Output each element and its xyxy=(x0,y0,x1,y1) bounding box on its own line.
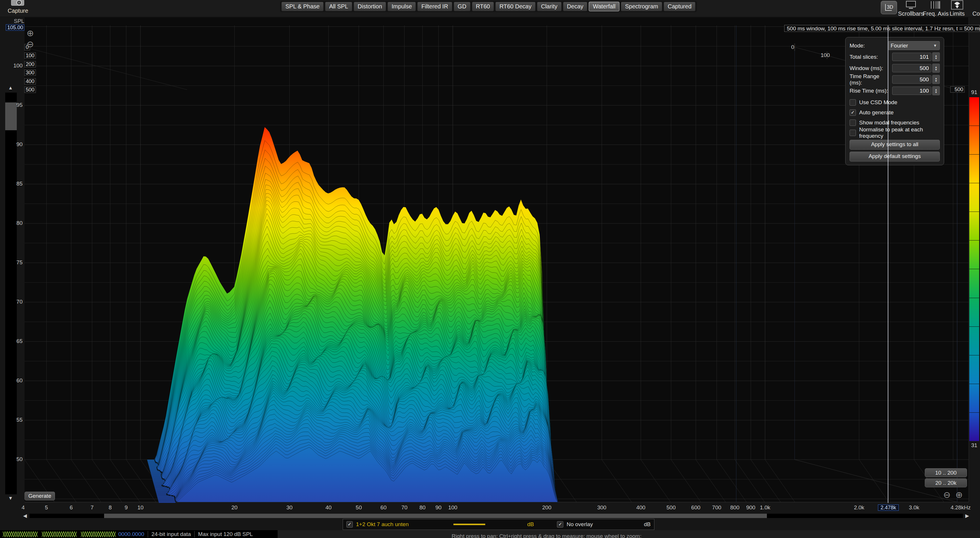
colorbar-min-label: 31 xyxy=(969,442,980,449)
setting-label: Time Range (ms): xyxy=(850,73,892,86)
apply-settings-to-all-button[interactable]: Apply settings to all xyxy=(850,140,940,150)
bit-depth-text: 24-bit input data xyxy=(151,531,191,537)
setting-label: Window (ms): xyxy=(850,65,883,72)
total-slices-input[interactable]: 101 xyxy=(892,53,931,61)
trace-color-swatch xyxy=(452,523,487,525)
zoom-in-button[interactable]: ⊕ xyxy=(27,30,34,37)
spl-top-limit-box[interactable]: 105.00 xyxy=(6,24,24,31)
window-ms-input[interactable]: 500 xyxy=(892,64,931,72)
time-range-limit-box[interactable]: 500 xyxy=(950,86,965,93)
zoom-out-button-bottom[interactable]: ⊖ xyxy=(943,491,950,499)
chevron-down-icon: ▼ xyxy=(933,43,937,48)
vertical-scrollbar[interactable] xyxy=(5,93,17,494)
freq-range-20-20k-button[interactable]: 20 .. 20k xyxy=(925,478,967,487)
mode-label: Mode: xyxy=(850,43,865,49)
divider xyxy=(148,531,148,537)
frequency-cursor-line[interactable] xyxy=(888,26,888,503)
waterfall-plot-canvas[interactable] xyxy=(0,0,980,538)
spinner-buttons[interactable]: ▲▼ xyxy=(932,86,940,95)
waterfall-settings-panel: Mode: Fourier ▼ Total slices:101▲▼Window… xyxy=(845,37,944,165)
trace-label: 1+2 Okt 7 auch unten xyxy=(356,521,409,528)
spl-colorbar xyxy=(969,97,979,441)
overlay-unit: dB xyxy=(644,521,651,528)
max-input-text: Max input 120 dB SPL xyxy=(198,531,253,537)
colorbar-max-label: 91 xyxy=(969,89,980,96)
vertical-scrollbar-thumb[interactable] xyxy=(5,102,17,130)
time-range-ms-input[interactable]: 500 xyxy=(892,75,931,84)
rew-window: { "toolbar": { "capture_label": "Capture… xyxy=(0,0,980,538)
setting-label: Total slices: xyxy=(850,54,878,60)
zoom-in-button-bottom[interactable]: ⊕ xyxy=(955,491,963,499)
spinner-buttons[interactable]: ▲▼ xyxy=(932,75,940,84)
waterfall-status-text: 500 ms window, 100 ms rise time, 5.00 ms… xyxy=(784,25,980,32)
mode-dropdown[interactable]: Fourier ▼ xyxy=(888,41,940,50)
trace-visibility-checkbox[interactable]: ✓ xyxy=(347,521,353,528)
input-meter-bar: 0000.0000 24-bit input data Max input 12… xyxy=(0,530,278,538)
meter-counter: 0000.0000 xyxy=(118,531,144,537)
trace-unit: dB xyxy=(527,521,534,528)
rise-time-ms-input[interactable]: 100 xyxy=(892,86,931,95)
checkbox-normalise-to-peak-at-each-frequency[interactable] xyxy=(850,130,856,136)
vscroll-up-arrow[interactable]: ▲ xyxy=(8,85,13,91)
horizontal-scrollbar[interactable] xyxy=(30,514,963,518)
overlay-checkbox[interactable]: ✓ xyxy=(557,521,563,528)
input-level-waveform-icon xyxy=(2,530,116,538)
checkbox-label: Auto generate xyxy=(859,109,894,116)
mode-value: Fourier xyxy=(891,43,908,49)
zoom-out-button[interactable]: ⊖ xyxy=(27,40,34,48)
divider xyxy=(194,531,195,537)
spinner-buttons[interactable]: ▲▼ xyxy=(932,53,940,61)
checkbox-rows: Use CSD Mode✓Auto generateShow modal fre… xyxy=(850,97,940,138)
vscroll-down-arrow[interactable]: ▼ xyxy=(8,495,13,501)
spinner-buttons[interactable]: ▲▼ xyxy=(932,64,940,73)
overlay-label: No overlay xyxy=(566,521,593,528)
freq-range-10-200-button[interactable]: 10 .. 200 xyxy=(925,468,967,477)
freq-cursor-readout-box[interactable]: 2.478k xyxy=(878,504,899,511)
mouse-hint-text: Right press to pan; Ctrl+right press & d… xyxy=(373,533,720,538)
checkbox-auto-generate[interactable]: ✓ xyxy=(850,109,856,116)
checkbox-label: Use CSD Mode xyxy=(859,99,897,105)
apply-default-settings-button[interactable]: Apply default settings xyxy=(850,152,940,161)
checkbox-use-csd-mode[interactable] xyxy=(850,99,856,105)
spinner-rows: Total slices:101▲▼Window (ms):500▲▼Time … xyxy=(850,52,940,96)
hscroll-left-arrow[interactable]: ◀ xyxy=(23,513,27,519)
setting-label: Rise Time (ms): xyxy=(850,88,888,94)
checkbox-show-modal-frequencies[interactable] xyxy=(850,120,856,126)
waterfall-surface xyxy=(147,127,558,503)
hscroll-right-arrow[interactable]: ▶ xyxy=(965,513,969,519)
horizontal-scrollbar-thumb[interactable] xyxy=(104,514,767,518)
generate-button[interactable]: Generate xyxy=(25,492,55,500)
checkbox-label: Show modal frequencies xyxy=(859,120,919,126)
checkbox-label: Normalise to peak at each frequency xyxy=(859,126,940,139)
legend-bar: ✓ 1+2 Okt 7 auch unten dB ✓ No overlay d… xyxy=(343,519,654,530)
